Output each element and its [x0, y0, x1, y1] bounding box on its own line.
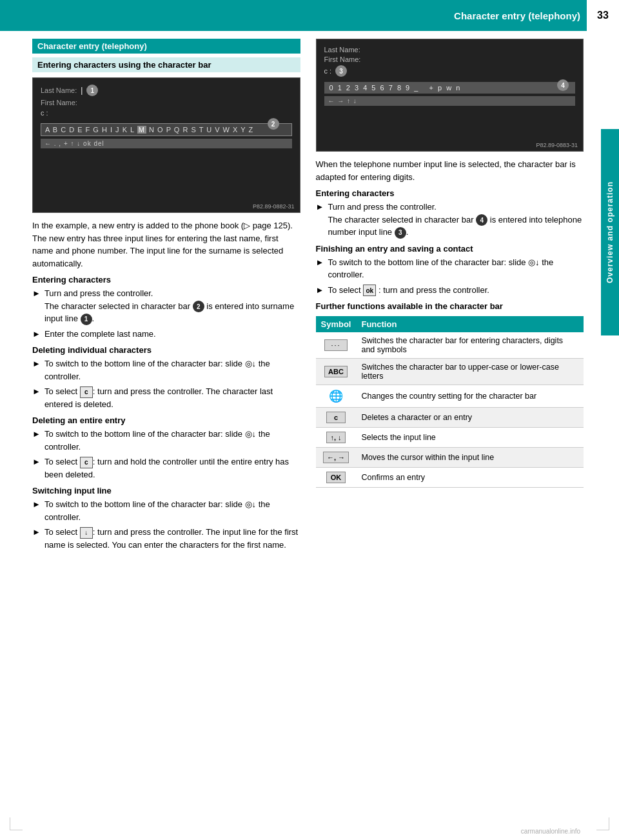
- bullet-text: To switch to the bottom line of the char…: [44, 498, 300, 523]
- table-row: ↑, ↓Selects the input line: [316, 428, 584, 448]
- table-header-function: Function: [356, 316, 584, 332]
- bullet-text: To switch to the bottom line of the char…: [328, 256, 584, 281]
- table-row: cDeletes a character or an entry: [316, 408, 584, 428]
- table-cell-function: Selects the input line: [356, 428, 584, 448]
- table-cell-function: Switches the character bar to upper-case…: [356, 359, 584, 385]
- corner-decoration-br: [596, 817, 609, 830]
- table-cell-symbol: OK: [316, 468, 357, 488]
- bullet-item: ► To select ok : turn and press the cont…: [316, 284, 584, 297]
- bullet-arrow: ►: [32, 455, 41, 481]
- symbol-arrows-icon: ↑, ↓: [326, 432, 346, 443]
- table-header-symbol: Symbol: [316, 316, 357, 332]
- down-arrow-icon: ↓: [80, 527, 93, 539]
- heading-delete-individual: Deleting individual characters: [32, 345, 300, 355]
- bullet-item: ► To select c: turn and hold the control…: [32, 455, 300, 481]
- table-cell-function: Deletes a character or an entry: [356, 408, 584, 428]
- screenshot-caption-left: P82.89-0882-31: [253, 203, 295, 210]
- symbol-arrows-icon: ←, →: [323, 452, 349, 463]
- table-cell-function: Changes the country setting for the char…: [356, 385, 584, 408]
- right-screenshot: Last Name: First Name: c : 3 4 0 1 2 3 4…: [316, 39, 584, 152]
- bullet-item: ► Turn and press the controller. The cha…: [316, 201, 584, 239]
- side-tab-label: Overview and operation: [605, 181, 614, 283]
- side-tab: Overview and operation: [601, 129, 619, 335]
- bullet-arrow: ►: [32, 357, 41, 383]
- bullet-arrow: ►: [316, 201, 324, 239]
- c-icon-2: c: [80, 457, 93, 468]
- bullet-text: Enter the complete last name.: [44, 328, 300, 341]
- bullet-text: To select ↓: turn and press the controll…: [44, 526, 300, 551]
- bullet-item: ► To select ↓: turn and press the contro…: [32, 526, 300, 551]
- c-icon: c: [80, 386, 93, 398]
- header-title: Character entry (telephony): [454, 10, 580, 21]
- bullet-item: ► Enter the complete last name.: [32, 328, 300, 341]
- symbol-dots-icon: ···: [324, 339, 348, 351]
- table-cell-symbol: ←, →: [316, 448, 357, 468]
- sub-heading: Entering characters using the character …: [32, 57, 300, 72]
- bullet-arrow: ►: [32, 428, 41, 453]
- table-cell-function: Confirms an entry: [356, 468, 584, 488]
- two-column-layout: Character entry (telephony) Entering cha…: [32, 39, 584, 554]
- ok-icon: ok: [363, 285, 376, 296]
- heading-delete-entry: Deleting an entire entry: [32, 415, 300, 425]
- intro-text: In the example, a new entry is added to …: [32, 219, 300, 270]
- main-content: Character entry (telephony) Entering cha…: [32, 39, 584, 821]
- bullet-text: To select c: turn and hold the controlle…: [44, 455, 300, 481]
- heading-finishing: Finishing an entry and saving a contact: [316, 244, 584, 254]
- bullet-text: To switch to the bottom line of the char…: [44, 428, 300, 453]
- table-cell-symbol: ABC: [316, 359, 357, 385]
- bullet-item: ► To switch to the bottom line of the ch…: [32, 498, 300, 523]
- corner-decoration-bl: [10, 817, 23, 830]
- function-table: Symbol Function ···Switches the characte…: [316, 316, 584, 488]
- bullet-arrow: ►: [316, 256, 324, 281]
- heading-switch-input: Switching input line: [32, 486, 300, 495]
- bullet-arrow: ►: [32, 287, 41, 325]
- table-cell-symbol: ↑, ↓: [316, 428, 357, 448]
- left-column: Character entry (telephony) Entering cha…: [32, 39, 300, 554]
- bullet-item: ► To switch to the bottom line of the ch…: [316, 256, 584, 281]
- screenshot-caption-right: P82.89-0883-31: [536, 142, 578, 148]
- heading-entering: Entering characters: [32, 275, 300, 285]
- symbol-box-icon: OK: [326, 472, 346, 483]
- circle-1-icon: 1: [81, 314, 92, 325]
- header-bar: Character entry (telephony) 33: [0, 0, 619, 31]
- bullet-arrow: ►: [32, 526, 41, 551]
- table-row: ···Switches the character bar for enteri…: [316, 332, 584, 359]
- table-cell-symbol: ···: [316, 332, 357, 359]
- table-row: ←, →Moves the cursor within the input li…: [316, 448, 584, 468]
- section-title: Character entry (telephony): [32, 39, 300, 54]
- circle-2-icon: 2: [193, 301, 204, 312]
- char-bar-display: A B C D E F G H I J K L M N O P Q R S T …: [41, 123, 292, 136]
- bullet-text: To select c: turn and press the controll…: [44, 385, 300, 410]
- bullet-item: ► To select c: turn and press the contro…: [32, 385, 300, 410]
- phone-intro-text: When the telephone number input line is …: [316, 158, 584, 183]
- bullet-item: ► Turn and press the controller. The cha…: [32, 287, 300, 325]
- bullet-arrow: ►: [32, 328, 41, 341]
- heading-entering-chars-right: Entering characters: [316, 188, 584, 198]
- number-bar-display: 0 1 2 3 4 5 6 7 8 9 _ + p w n: [324, 82, 576, 94]
- symbol-box-icon: c: [326, 412, 346, 423]
- bullet-text: To select ok : turn and press the contro…: [328, 284, 584, 297]
- right-column: Last Name: First Name: c : 3 4 0 1 2 3 4…: [316, 39, 584, 554]
- bullet-arrow: ►: [316, 284, 324, 297]
- bullet-item: ► To switch to the bottom line of the ch…: [32, 428, 300, 453]
- bottom-bar-display: ← . , + ↑ ↓ ok del: [41, 139, 292, 148]
- left-screenshot: Last Name: | 1 First Name: c : 2 A B C D: [32, 77, 300, 213]
- circle-3-icon: 3: [395, 227, 406, 239]
- symbol-box-icon: ABC: [324, 366, 348, 377]
- table-cell-function: Switches the character bar for entering …: [356, 332, 584, 359]
- heading-further: Further functions available in the chara…: [316, 301, 584, 311]
- footer-watermark: carmanualonline.info: [521, 828, 580, 835]
- bullet-item: ► To switch to the bottom line of the ch…: [32, 357, 300, 383]
- bullet-arrow: ►: [32, 385, 41, 410]
- bullet-text: To switch to the bottom line of the char…: [44, 357, 300, 383]
- page-number: 33: [597, 10, 609, 21]
- table-cell-symbol: 🌐: [316, 385, 357, 408]
- table-cell-function: Moves the cursor within the input line: [356, 448, 584, 468]
- page-number-box: 33: [587, 0, 619, 31]
- table-row: OKConfirms an entry: [316, 468, 584, 488]
- bullet-text: Turn and press the controller. The chara…: [44, 287, 300, 325]
- table-cell-symbol: c: [316, 408, 357, 428]
- globe-icon: 🌐: [329, 390, 343, 403]
- bullet-arrow: ►: [32, 498, 41, 523]
- bullet-text: Turn and press the controller. The chara…: [328, 201, 584, 239]
